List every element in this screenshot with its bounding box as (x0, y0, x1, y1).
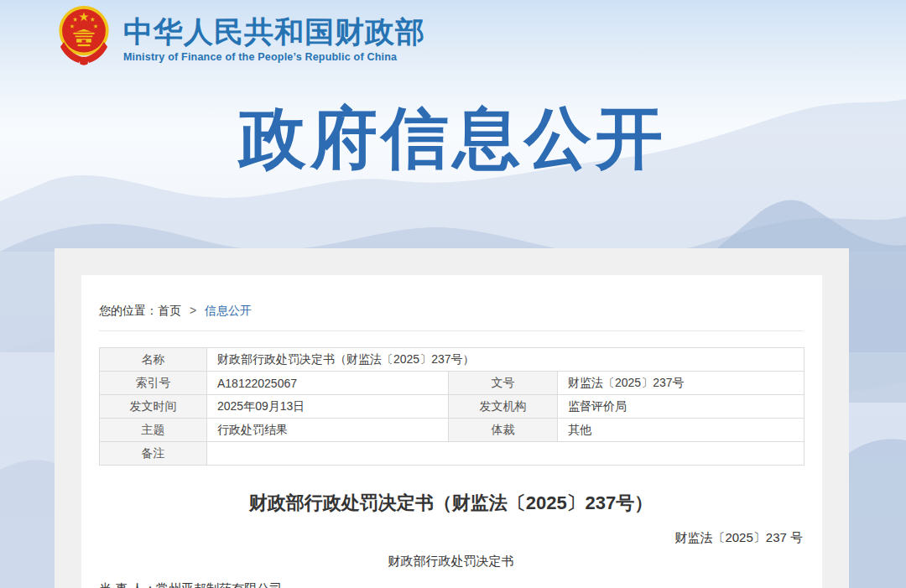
meta-label-remark: 备注 (100, 442, 207, 466)
site-name-cn: 中华人民共和国财政部 (123, 15, 425, 49)
breadcrumb-current-link[interactable]: 信息公开 (205, 304, 252, 317)
document-subtitle: 财政部行政处罚决定书 (99, 554, 803, 570)
meta-label-genre: 体裁 (449, 419, 558, 442)
table-row: 主题 行政处罚结果 体裁 其他 (100, 419, 804, 442)
breadcrumb-divider (99, 330, 803, 331)
meta-label-doc-no: 文号 (449, 372, 558, 395)
document-body: 财政部行政处罚决定书（财监法〔2025〕237号） 财监法〔2025〕237 号… (99, 491, 803, 588)
site-name-en: Ministry of Finance of the People’s Repu… (123, 51, 425, 63)
document-number: 财监法〔2025〕237 号 (99, 530, 803, 546)
meta-value-index-no: A18122025067 (207, 372, 449, 395)
table-row: 名称 财政部行政处罚决定书（财监法〔2025〕237号） (100, 348, 804, 372)
meta-label-name: 名称 (100, 348, 207, 372)
site-name-block: 中华人民共和国财政部 Ministry of Finance of the Pe… (123, 12, 425, 63)
meta-label-topic: 主题 (100, 419, 207, 442)
site-header: 中华人民共和国财政部 Ministry of Finance of the Pe… (53, 3, 425, 70)
breadcrumb: 您的位置：首页 > 信息公开 (99, 275, 803, 319)
meta-value-doc-no: 财监法〔2025〕237号 (558, 372, 804, 395)
page: 中华人民共和国财政部 Ministry of Finance of the Pe… (0, 0, 906, 588)
breadcrumb-home-link[interactable]: 首页 (158, 304, 181, 317)
meta-value-genre: 其他 (558, 419, 804, 442)
meta-value-topic: 行政处罚结果 (207, 419, 449, 442)
content-panel: 您的位置：首页 > 信息公开 名称 财政部行政处罚决定书（财监法〔2025〕23… (55, 248, 849, 588)
meta-value-issuing-org: 监督评价局 (558, 395, 804, 419)
meta-label-issuing-org: 发文机构 (449, 395, 558, 419)
meta-label-issue-date: 发文时间 (100, 395, 207, 419)
table-row: 发文时间 2025年09月13日 发文机构 监督评价局 (100, 395, 804, 419)
meta-value-remark (207, 442, 804, 466)
meta-value-issue-date: 2025年09月13日 (207, 395, 449, 419)
content-card: 您的位置：首页 > 信息公开 名称 财政部行政处罚决定书（财监法〔2025〕23… (81, 275, 822, 588)
breadcrumb-prefix: 您的位置： (99, 304, 158, 317)
document-meta-table: 名称 财政部行政处罚决定书（财监法〔2025〕237号） 索引号 A181220… (99, 347, 804, 466)
meta-label-index-no: 索引号 (100, 372, 207, 395)
document-party-line: 当 事 人：常州亚邦制药有限公司 (99, 580, 803, 588)
meta-value-name: 财政部行政处罚决定书（财监法〔2025〕237号） (207, 348, 804, 372)
page-title: 政府信息公开 (0, 94, 906, 185)
table-row: 索引号 A18122025067 文号 财监法〔2025〕237号 (100, 372, 804, 395)
table-row: 备注 (100, 442, 804, 466)
breadcrumb-separator: > (190, 304, 196, 317)
national-emblem-logo (53, 3, 115, 70)
document-title: 财政部行政处罚决定书（财监法〔2025〕237号） (99, 491, 803, 516)
